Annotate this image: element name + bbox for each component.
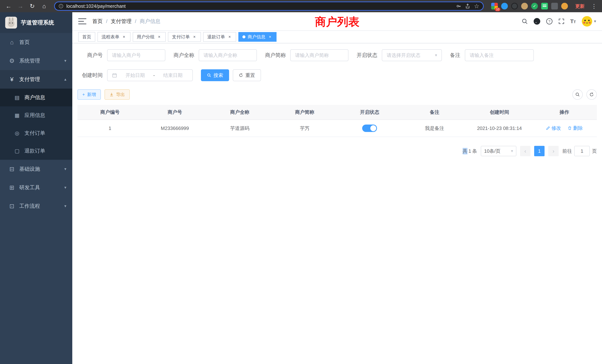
tab-merchant-info[interactable]: 商户信息× (238, 32, 277, 42)
sidebar-item-merchant-info[interactable]: ▤ 商户信息 (0, 89, 72, 106)
short-name-label: 商户简称 (265, 52, 286, 59)
status-toggle[interactable] (362, 125, 377, 132)
sidebar-item-workflow[interactable]: ⊡ 工作流程 ▾ (0, 197, 72, 215)
tab-refund-order[interactable]: 退款订单× (203, 32, 236, 42)
refund-icon: ▢ (13, 148, 22, 154)
help-icon[interactable]: ? (546, 18, 553, 25)
refresh-table-button[interactable] (586, 89, 597, 100)
goto-suffix: 页 (592, 148, 597, 154)
chevron-down-icon: ▾ (64, 58, 66, 63)
browser-forward-icon[interactable]: → (16, 1, 25, 11)
goto-page-input[interactable] (574, 146, 590, 156)
prev-page-button[interactable]: ‹ (520, 146, 530, 156)
date-end-placeholder: 结束日期 (158, 72, 188, 79)
tab-process-form[interactable]: 流程表单× (97, 32, 130, 42)
close-icon[interactable]: × (157, 34, 162, 39)
hamburger-icon[interactable] (78, 18, 86, 24)
add-button[interactable]: + 新增 (77, 89, 101, 100)
status-select[interactable]: 请选择开启状态 ▾ (382, 49, 442, 61)
chrome-update-button[interactable]: 更新 (572, 2, 588, 10)
tab-pay-order[interactable]: 支付订单× (168, 32, 201, 42)
browser-home-icon[interactable]: ⌂ (39, 1, 49, 11)
create-time-range-picker[interactable]: 开始日期 - 结束日期 (107, 69, 193, 81)
col-merchant-no: 商户号 (142, 105, 207, 120)
browser-reload-icon[interactable]: ↻ (27, 1, 37, 11)
date-start-placeholder: 开始日期 (120, 72, 150, 79)
col-status: 开启状态 (337, 105, 402, 120)
toggle-search-button[interactable] (572, 89, 583, 100)
extension-tray: 10 ✓ (491, 3, 568, 10)
status-label: 开启状态 (357, 52, 377, 59)
table-header-row: 商户编号 商户号 商户全称 商户简称 开启状态 备注 创建时间 操作 (77, 105, 597, 120)
merchant-no-input[interactable] (112, 53, 161, 58)
remark-label: 备注 (450, 52, 460, 59)
sidebar-item-payment[interactable]: ¥ 支付管理 ▴ (0, 70, 72, 89)
col-merchant-id: 商户编号 (77, 105, 142, 120)
tags-view-bar: 首页 流程表单× 用户分组× 支付订单× 退款订单× 商户信息× (72, 31, 602, 43)
cell-merchant-no: M233666999 (142, 120, 207, 137)
merchant-icon: ▤ (13, 95, 22, 101)
sidebar-item-app-info[interactable]: ▦ 应用信息 (0, 106, 72, 124)
sidebar-item-infrastructure[interactable]: ⊟ 基础设施 ▾ (0, 160, 72, 178)
extension-puzzle-icon[interactable] (551, 3, 558, 10)
trash-icon (568, 126, 572, 130)
svg-text:?: ? (548, 20, 550, 23)
fullscreen-icon[interactable] (558, 18, 565, 24)
sidebar-item-devtools[interactable]: ⊞ 研发工具 ▾ (0, 178, 72, 197)
sidebar-item-system[interactable]: ⚙ 系统管理 ▾ (0, 52, 72, 70)
close-icon[interactable]: × (227, 34, 232, 39)
edit-link[interactable]: 修改 (546, 125, 561, 131)
share-icon[interactable] (465, 3, 470, 9)
chevron-down-icon: ▾ (64, 204, 66, 208)
export-button[interactable]: 导出 (105, 89, 130, 100)
search-button[interactable]: 搜索 (201, 69, 229, 81)
password-key-icon[interactable] (456, 3, 461, 9)
tab-user-group[interactable]: 用户分组× (133, 32, 166, 42)
sidebar-item-pay-order[interactable]: ◎ 支付订单 (0, 124, 72, 142)
toolbox-icon: ⊞ (7, 184, 16, 191)
cell-merchant-id: 1 (77, 120, 142, 137)
breadcrumb-home[interactable]: 首页 (92, 18, 103, 25)
tab-home[interactable]: 首页 (78, 32, 95, 42)
sidebar-item-refund-order[interactable]: ▢ 退款订单 (0, 142, 72, 160)
bookmark-star-icon[interactable]: ☆ (474, 3, 479, 10)
browser-menu-icon[interactable]: ⋮ (590, 3, 598, 10)
close-icon[interactable]: × (122, 34, 126, 39)
extension-grid-icon[interactable]: 10 (491, 3, 498, 10)
screen: ← → ↻ ⌂ localhost:1024/pay/merchant ☆ 10 (0, 0, 602, 364)
delete-link[interactable]: 删除 (568, 125, 583, 131)
address-bar[interactable]: localhost:1024/pay/merchant ☆ (54, 1, 484, 11)
extension-dark-icon[interactable] (511, 3, 518, 10)
short-name-input[interactable] (295, 53, 344, 58)
github-icon[interactable] (533, 18, 540, 25)
reset-button[interactable]: 重置 (233, 69, 261, 81)
next-page-button[interactable]: › (548, 146, 559, 156)
app-grid-icon: ▦ (13, 112, 22, 118)
close-icon[interactable]: × (192, 34, 197, 39)
create-time-label: 创建时间 (77, 72, 103, 79)
cell-short-name: 芋艿 (272, 120, 337, 137)
extension-avatar-icon[interactable] (521, 3, 528, 10)
sidebar-item-home[interactable]: ⌂ 首页 (0, 33, 72, 52)
extension-blue-icon[interactable] (501, 3, 508, 10)
extension-orange-icon[interactable] (561, 3, 568, 10)
extension-green-check-icon[interactable]: ✓ (531, 3, 538, 10)
full-name-input[interactable] (204, 53, 252, 58)
merchant-table: 商户编号 商户号 商户全称 商户简称 开启状态 备注 创建时间 操作 1 (77, 105, 597, 137)
col-short-name: 商户简称 (272, 105, 337, 120)
remark-input[interactable] (470, 53, 529, 58)
site-info-icon[interactable] (59, 4, 63, 9)
page-number-1[interactable]: 1 (534, 146, 545, 156)
sidebar: 芋道管理系统 ⌂ 首页 ⚙ 系统管理 ▾ ¥ 支付管理 ▴ ▤ 商户信息 (0, 12, 72, 364)
search-icon[interactable] (522, 18, 528, 24)
sidebar-logo[interactable]: 芋道管理系统 (0, 12, 72, 33)
extension-notes-icon[interactable] (541, 3, 548, 10)
user-avatar[interactable]: ▾ (581, 16, 596, 27)
close-icon[interactable]: × (268, 34, 272, 39)
font-size-icon[interactable]: TT (570, 18, 576, 24)
app-title: 芋道管理系统 (21, 19, 54, 26)
browser-back-icon[interactable]: ← (4, 1, 13, 11)
page-size-select[interactable]: 10条/页 ▾ (481, 146, 516, 156)
col-full-name: 商户全称 (207, 105, 272, 120)
breadcrumb-payment[interactable]: 支付管理 (111, 18, 132, 25)
